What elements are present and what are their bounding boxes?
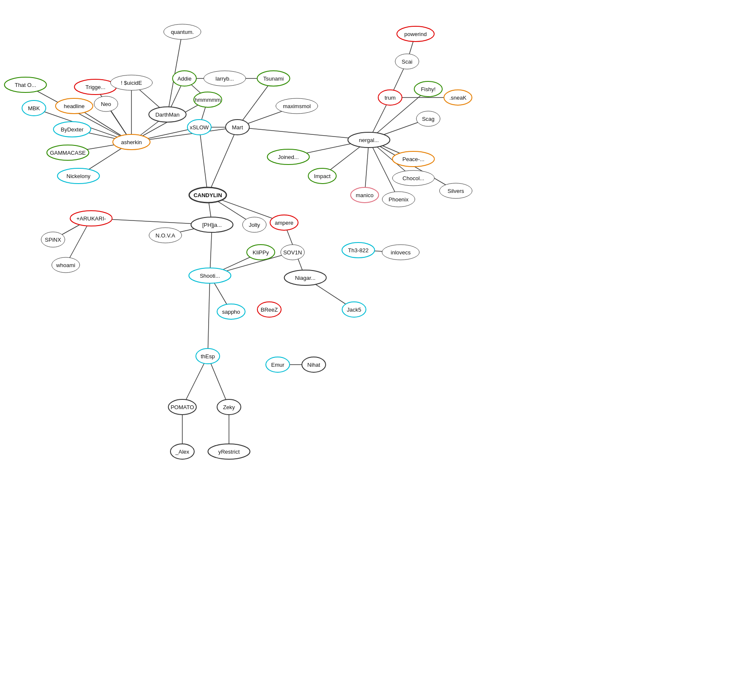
svg-text:quantum.: quantum. bbox=[171, 29, 194, 35]
svg-text:_Alex: _Alex bbox=[175, 449, 190, 455]
node-Nihat[interactable]: Nihat bbox=[302, 357, 326, 372]
svg-text:.sneaK: .sneaK bbox=[449, 95, 467, 101]
node-yRestrict[interactable]: yRestrict bbox=[208, 444, 250, 459]
node-Th3822[interactable]: Th3-822 bbox=[342, 243, 375, 258]
svg-text:BReeZ: BReeZ bbox=[261, 307, 278, 313]
svg-text:Tsunami: Tsunami bbox=[263, 75, 284, 82]
node-powerind[interactable]: powerind bbox=[397, 26, 434, 42]
node-Peace[interactable]: Peace-... bbox=[393, 151, 435, 167]
node-trum[interactable]: trum bbox=[378, 90, 402, 105]
svg-text:thEsp: thEsp bbox=[201, 353, 215, 360]
svg-text:POMATO: POMATO bbox=[170, 404, 194, 410]
node-whoami[interactable]: whoami bbox=[52, 257, 80, 273]
svg-text:Nihat: Nihat bbox=[307, 362, 321, 368]
node-Emur[interactable]: Emur bbox=[266, 357, 290, 372]
node-SPiNX[interactable]: SPiNX bbox=[41, 232, 65, 247]
node-ampere[interactable]: ampere bbox=[270, 215, 298, 230]
node-Joined[interactable]: Joined... bbox=[268, 149, 310, 165]
node-Addie[interactable]: Addie bbox=[173, 71, 196, 86]
svg-text:Impact: Impact bbox=[314, 173, 330, 179]
svg-text:whoami: whoami bbox=[56, 262, 75, 268]
node-larryb[interactable]: larryb... bbox=[204, 71, 246, 86]
svg-text:larryb...: larryb... bbox=[215, 75, 234, 82]
svg-text:maximsmol: maximsmol bbox=[283, 103, 311, 109]
svg-text:ByDexter: ByDexter bbox=[61, 126, 84, 133]
node-BReeZ[interactable]: BReeZ bbox=[257, 302, 281, 317]
node-Alex[interactable]: _Alex bbox=[170, 444, 194, 459]
node-Shooti[interactable]: Shooti... bbox=[189, 268, 231, 283]
node-quantum.[interactable]: quantum. bbox=[164, 24, 201, 39]
node-sappho[interactable]: sappho bbox=[217, 304, 245, 319]
svg-text:sappho: sappho bbox=[222, 309, 240, 315]
node-Nickelony[interactable]: Nickelony bbox=[58, 168, 100, 184]
node-xSLOW[interactable]: xSLOW bbox=[187, 120, 211, 135]
node-SuicidE[interactable]: ! $uicidE bbox=[111, 75, 153, 90]
node-Jack5[interactable]: Jack5 bbox=[342, 302, 366, 317]
svg-text:hmmmmm: hmmmmm bbox=[195, 97, 220, 103]
node-nergal[interactable]: nergal... bbox=[348, 132, 390, 148]
svg-text:Niagar...: Niagar... bbox=[295, 275, 315, 281]
node-Trigge[interactable]: Trigge... bbox=[75, 79, 117, 95]
svg-text:SPiNX: SPiNX bbox=[45, 237, 61, 243]
node-DarthMan[interactable]: DarthMan bbox=[149, 107, 186, 122]
node-Scai[interactable]: Scai bbox=[395, 54, 419, 69]
node-GAMMACASE[interactable]: GAMMACASE bbox=[47, 145, 89, 160]
node-KliPPy[interactable]: KliPPy bbox=[247, 245, 275, 260]
svg-text:Joined...: Joined... bbox=[278, 154, 298, 160]
svg-text:GAMMACASE: GAMMACASE bbox=[50, 150, 86, 156]
node-Zeky[interactable]: Zeky bbox=[217, 399, 241, 415]
node-Neo[interactable]: Neo bbox=[94, 96, 118, 112]
node-POMATO[interactable]: POMATO bbox=[168, 399, 196, 415]
node-SOV1N[interactable]: SOV1N bbox=[281, 245, 304, 260]
node-Mart[interactable]: Mart bbox=[226, 120, 249, 135]
svg-text:N.O.V.A: N.O.V.A bbox=[156, 232, 176, 239]
node-NOVA[interactable]: N.O.V.A bbox=[149, 228, 182, 243]
node-Fishy[interactable]: Fishy! bbox=[414, 81, 442, 97]
node-ByDexter[interactable]: ByDexter bbox=[53, 122, 91, 137]
node-asherkin[interactable]: asherkin bbox=[113, 134, 150, 150]
node-thEsp[interactable]: thEsp bbox=[196, 349, 220, 364]
svg-text:Nickelony: Nickelony bbox=[67, 173, 91, 179]
svg-text:asherkin: asherkin bbox=[121, 139, 142, 145]
node-Niagar[interactable]: Niagar... bbox=[285, 270, 326, 285]
svg-text:headline: headline bbox=[64, 103, 84, 109]
node-Phoenix[interactable]: Phoenix bbox=[382, 192, 415, 207]
svg-text:Emur: Emur bbox=[271, 362, 285, 368]
svg-text:Jack5: Jack5 bbox=[347, 307, 361, 313]
node-ARUKARI[interactable]: +ARUKARI- bbox=[70, 211, 112, 226]
svg-line-39 bbox=[208, 127, 237, 195]
node-Tsunami[interactable]: Tsunami bbox=[257, 71, 290, 86]
node-PHja[interactable]: [PH]ja... bbox=[191, 217, 233, 232]
node-manico[interactable]: manico bbox=[351, 187, 379, 203]
node-hmmmmm[interactable]: hmmmmm bbox=[194, 92, 222, 107]
svg-text:Shooti...: Shooti... bbox=[200, 273, 220, 279]
node-Chocol[interactable]: Chocol... bbox=[393, 170, 435, 186]
node-inlovecs[interactable]: inlovecs bbox=[382, 245, 419, 260]
svg-line-38 bbox=[199, 127, 208, 195]
node-Impact[interactable]: Impact bbox=[308, 168, 336, 184]
svg-text:manico: manico bbox=[356, 192, 374, 198]
node-maximsmol[interactable]: maximsmol bbox=[276, 98, 318, 114]
svg-text:inlovecs: inlovecs bbox=[391, 249, 411, 256]
node-sneaK[interactable]: .sneaK bbox=[444, 90, 472, 105]
svg-text:Addie: Addie bbox=[177, 75, 191, 82]
svg-text:KliPPy: KliPPy bbox=[253, 249, 269, 256]
svg-text:SOV1N: SOV1N bbox=[283, 249, 302, 256]
node-Silvers[interactable]: Silvers bbox=[440, 183, 472, 198]
node-ThatO[interactable]: That O... bbox=[5, 77, 47, 92]
node-headline[interactable]: headline bbox=[56, 98, 93, 114]
svg-text:[PH]ja...: [PH]ja... bbox=[202, 222, 222, 228]
svg-text:Th3-822: Th3-822 bbox=[348, 247, 368, 254]
svg-text:powerind: powerind bbox=[405, 31, 427, 37]
svg-line-46 bbox=[208, 276, 210, 356]
svg-text:yRestrict: yRestrict bbox=[218, 449, 240, 455]
node-Jolty[interactable]: Jolty bbox=[243, 217, 266, 232]
svg-text:trum: trum bbox=[385, 95, 396, 101]
svg-text:Scag: Scag bbox=[422, 116, 435, 122]
svg-text:Neo: Neo bbox=[101, 101, 111, 107]
node-MBK[interactable]: MBK bbox=[22, 100, 46, 116]
svg-text:nergal...: nergal... bbox=[359, 137, 379, 143]
svg-text:ampere: ampere bbox=[275, 220, 293, 226]
node-Scag[interactable]: Scag bbox=[416, 111, 440, 126]
node-CANDYLIN[interactable]: CANDYLIN bbox=[189, 187, 226, 203]
